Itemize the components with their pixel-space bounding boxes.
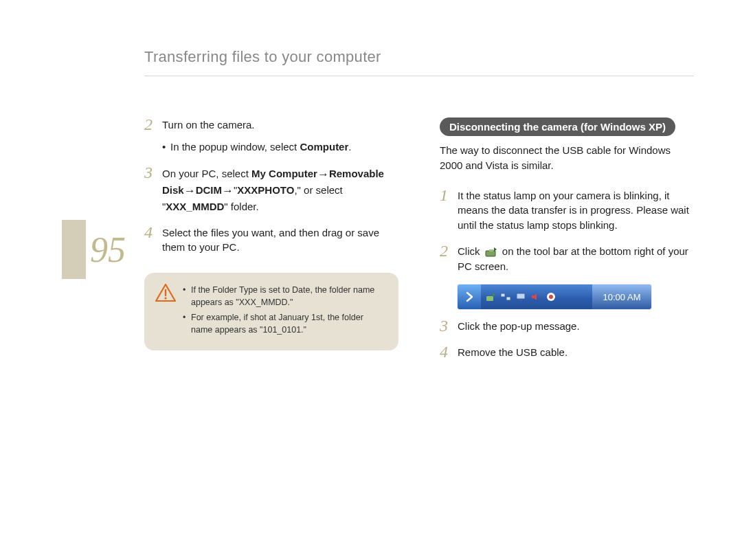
note-item: • If the Folder Type is set to Date, the… [183,284,386,309]
svg-rect-5 [501,293,505,297]
svg-rect-8 [519,300,522,301]
text: On your PC, select [162,168,251,179]
chevron-right-icon [464,291,475,302]
step-number: 3 [144,164,162,181]
network-icon [500,291,511,302]
bold-text: Computer [300,141,348,153]
step-number: 4 [144,224,162,240]
step-number: 3 [440,317,458,334]
svg-point-1 [164,297,166,299]
page-title: Transferring files to your computer [144,48,694,76]
note-box: • If the Folder Type is set to Date, the… [144,273,398,350]
step-1: 1 It the status lamp on your camera is b… [440,188,694,233]
svg-point-10 [549,295,553,299]
taskbar-tray-icons [481,284,592,309]
bold-text: XXXPHOTO [237,184,294,196]
left-column: 2 Turn on the camera. • In the popup win… [144,117,398,371]
step-3: 3 Click the pop-up message. [440,319,694,334]
step-body: Remove the USB cable. [458,345,567,360]
bullet-dot: • [183,311,191,336]
step-body: It the status lamp on your camera is bli… [458,188,694,233]
note-item: • For example, if shot at January 1st, t… [183,311,386,336]
page-number: 95 [90,229,126,270]
bold-text: DCIM [196,184,222,196]
page-number-block: 95 [62,220,126,279]
svg-rect-6 [506,297,510,300]
page: Transferring files to your computer 95 2… [0,0,742,560]
step-4: 4 Select the files you want, and then dr… [144,225,398,256]
safely-remove-hardware-icon [484,245,498,258]
step-body: Turn on the camera. • In the popup windo… [162,117,351,155]
bullet-text: In the popup window, select Computer. [170,139,351,155]
arrow-icon: → [184,183,196,200]
bullet-dot: • [162,139,170,155]
bold-text: XXX_MMDD [166,201,224,212]
svg-rect-7 [517,293,525,299]
content-columns: 2 Turn on the camera. • In the popup win… [144,117,694,371]
step-3: 3 On your PC, select My Computer → Remov… [144,166,398,214]
step-4: 4 Remove the USB cable. [440,345,694,360]
sub-bullet: • In the popup window, select Computer. [162,139,351,155]
text: " folder. [224,201,258,212]
step-2: 2 Click on the tool bar at the bottom ri… [440,244,694,274]
step-text: Turn on the camera. [162,119,255,131]
step-number: 4 [440,344,458,360]
warning-icon [155,284,176,302]
svg-rect-3 [489,249,493,251]
note-list: • If the Folder Type is set to Date, the… [183,284,386,339]
display-icon [515,291,526,302]
note-text: For example, if shot at January 1st, the… [191,311,386,336]
right-column: Disconnecting the camera (for Windows XP… [440,117,694,371]
windows-taskbar-tray: 10:00 AM [458,284,651,309]
svg-rect-4 [486,296,493,301]
step-body: Click the pop-up message. [458,319,580,334]
text: . [348,141,351,153]
step-number: 1 [440,187,458,203]
subheading-pill: Disconnecting the camera (for Windows XP… [440,117,675,136]
safely-remove-hardware-icon [485,291,496,302]
volume-icon [530,291,541,302]
arrow-icon: → [317,166,329,183]
tray-app-icon [546,291,556,302]
step-number: 2 [440,243,458,259]
bold-text: My Computer [251,168,317,179]
text: Click [458,245,483,257]
step-2: 2 Turn on the camera. • In the popup win… [144,117,398,155]
note-text: If the Folder Type is set to Date, the f… [191,284,386,309]
arrow-icon: → [222,183,234,200]
bullet-dot: • [183,284,191,309]
intro-text: The way to disconnect the USB cable for … [440,143,694,173]
page-number-bg [62,220,86,279]
step-body: Select the files you want, and then drag… [162,225,398,256]
step-body: On your PC, select My Computer → Removab… [162,166,398,214]
taskbar-start-rounded [458,284,481,309]
svg-rect-2 [486,251,495,256]
text: In the popup window, select [170,141,300,153]
taskbar-clock: 10:00 AM [592,284,651,309]
step-number: 2 [144,116,162,133]
step-body: Click on the tool bar at the bottom righ… [458,244,694,274]
